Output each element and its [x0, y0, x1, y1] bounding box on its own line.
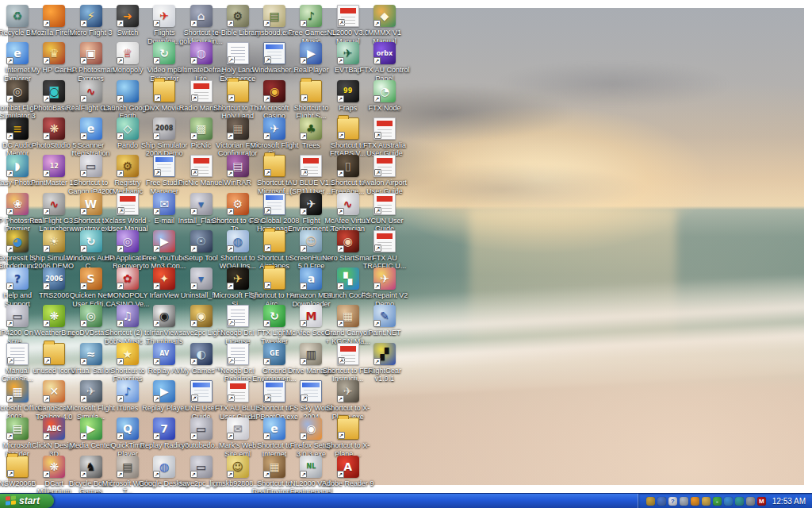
shortcut-arrow-icon: ↗ — [373, 283, 381, 290]
shortcut-arrow-icon: ↗ — [337, 57, 344, 64]
app-icon: ♻ — [6, 5, 29, 27]
shortcut-arrow-icon: ↗ — [153, 433, 160, 440]
desktop-icon[interactable]: ◎↗Combat Flight Simulator 3 — [0, 80, 35, 121]
desktop-icon[interactable]: ▣↗HP Photosmart Express — [74, 42, 109, 83]
mcafee-icon[interactable]: M — [757, 497, 766, 506]
desktop-icon[interactable]: ↗Avalon Airport User Guide — [367, 155, 402, 195]
shortcut-arrow-icon: ↗ — [373, 20, 381, 27]
desktop-icon[interactable]: ↗Manual CanoSc... — [0, 343, 35, 383]
desktop-icon[interactable]: orbx↗FTX AU Control Panel — [367, 42, 402, 83]
desktop-icon[interactable]: ▤↗Microsoft Works T... — [110, 456, 145, 496]
desktop-icon[interactable]: ▦↗Grand Canyon + KGCN Ma... — [331, 305, 366, 345]
app-icon: GE↗ — [263, 343, 285, 365]
shortcut-arrow-icon: ↗ — [264, 169, 271, 176]
desktop-icon[interactable]: ↗YCUN User Guide — [367, 193, 402, 233]
desktop-icon[interactable]: A↗Adobe Reader 9 — [331, 456, 366, 488]
desktop-icon[interactable]: ↗Shortcut to X-Plane ... — [331, 418, 366, 458]
desktop-icon[interactable]: 2008↗Ship Simulator 2008 Demo — [147, 117, 182, 158]
shortcut-arrow-icon: ↗ — [43, 170, 50, 177]
paint-hand-icon[interactable] — [702, 497, 710, 506]
shortcut-arrow-icon: ↗ — [80, 20, 87, 27]
app-icon: ❋↗ — [43, 305, 65, 327]
app-icon: ▤↗ — [117, 456, 139, 478]
shortcut-arrow-icon: ↗ — [190, 358, 197, 365]
desktop-icon[interactable]: ✈↗Microsoft Flight Simula... — [74, 380, 109, 421]
key-icon[interactable] — [646, 497, 655, 506]
desktop-icon[interactable]: ▭↗iP4200 On-scre... — [0, 305, 35, 345]
desktop-icon[interactable]: ◆↗MMMX V1 Manual — [367, 5, 402, 45]
desktop-icon[interactable]: a↗Amazon MP3 Downloader — [293, 267, 328, 308]
globe-icon[interactable] — [735, 497, 744, 506]
weatherbug-icon[interactable] — [724, 497, 733, 506]
volume-icon[interactable] — [680, 497, 688, 506]
desktop-icon[interactable]: NL↗NL2000 V3.0 Featurepanel — [293, 456, 328, 496]
shortcut-arrow-icon: ↗ — [227, 283, 234, 290]
app-icon: ▣↗ — [80, 42, 102, 64]
desktop-icon[interactable]: ↗FTX Australia User Guide — [367, 117, 402, 158]
desktop-icon[interactable]: ✎↗Paint.NET — [367, 305, 402, 337]
desktop-icon[interactable]: ▶↗Free YouTube to Mp3 Con... — [147, 230, 182, 271]
shortcut-arrow-icon: ↗ — [263, 20, 270, 27]
app-icon: ∿↗ — [43, 193, 65, 215]
desktop-icon[interactable]: ≡↗DC Audio Mentor — [0, 117, 35, 158]
app-icon: ✈↗ — [263, 117, 285, 140]
shortcut-arrow-icon: ↗ — [43, 20, 50, 27]
shortcut-arrow-icon: ↗ — [43, 395, 50, 402]
shortcut-arrow-icon: ↗ — [190, 245, 197, 252]
desktop-icon[interactable]: e↗Internet Explorer — [0, 42, 35, 83]
desktop-icon[interactable]: Q↗QuickTime Player — [110, 418, 145, 458]
app-icon: ↗ — [190, 155, 213, 177]
help-icon[interactable]: ? — [668, 497, 677, 506]
app-icon: ★↗ — [117, 343, 139, 365]
app-icon: ◎↗ — [6, 80, 29, 102]
desktop-icon[interactable]: ↗Shortcut to Flight S... — [293, 80, 328, 121]
shortcut-arrow-icon: ↗ — [190, 283, 197, 290]
start-button[interactable]: start — [0, 494, 54, 508]
desktop-icon[interactable]: ✈↗FS Repaint V2 Demo — [367, 267, 402, 308]
app-icon: ≈↗ — [80, 343, 102, 365]
shortcut-arrow-icon: ↗ — [153, 471, 160, 478]
app-icon: ♕↗ — [117, 42, 139, 64]
app-icon: Q↗ — [117, 418, 139, 440]
status-icon[interactable] — [746, 497, 755, 506]
desktop-icon[interactable]: ↗Xclass World - User Manual — [110, 193, 145, 233]
desktop-icon[interactable]: ☺↗ScreenHunter 5.0 Free — [293, 230, 328, 271]
desktop-icon[interactable]: ↗Launch Google Earth — [110, 80, 145, 121]
app-icon: ↗ — [373, 155, 396, 177]
shortcut-arrow-icon: ↗ — [153, 208, 160, 215]
quicktime-icon[interactable] — [691, 497, 699, 506]
shortcut-arrow-icon: ↗ — [264, 282, 271, 289]
desktop-icon[interactable]: GE↗Ground Environmen... — [257, 343, 292, 383]
desktop-icon[interactable]: ↻↗FTX Lights Tweaker — [257, 305, 292, 345]
shortcut-arrow-icon: ↗ — [264, 244, 271, 252]
display-icon[interactable] — [657, 497, 666, 506]
desktop-icon[interactable]: ↗Holy Land Experience — [220, 42, 255, 83]
desktop-icon[interactable]: ↗FTX AU TRAFFIC U... — [367, 230, 402, 271]
taskbar: start ?-M 12:53 AM — [0, 493, 812, 508]
defrag-icon[interactable]: - — [713, 497, 722, 506]
shortcut-arrow-icon: ↗ — [338, 432, 345, 439]
desktop-icon[interactable]: ◔↗FTX Node — [367, 80, 402, 113]
desktop-icon[interactable]: ⌂↗Shortcut to golden_rain... — [184, 5, 219, 45]
app-icon: ◇↗ — [117, 117, 139, 140]
app-icon: orbx↗ — [373, 42, 396, 64]
desktop-icon[interactable]: ↗Free Studio Manager — [147, 155, 182, 195]
desktop-icon[interactable]: ▞↗FlightGear v1.9.1 — [367, 343, 402, 383]
app-icon: ▩↗ — [190, 117, 213, 140]
shortcut-arrow-icon: ↗ — [337, 170, 344, 177]
desktop-icon[interactable]: ✈↗Microsoft Flight Si... — [257, 117, 292, 158]
desktop-icon[interactable]: ✿↗MONOPOLY CASINO Ve... — [110, 267, 145, 308]
desktop-icon[interactable]: ABC↗ClickN Design 3D — [36, 418, 71, 458]
desktop-icon[interactable]: ★↗Shortcut to Favorites — [110, 343, 145, 383]
app-icon: ◐↗ — [190, 343, 213, 365]
shortcut-arrow-icon: ↗ — [300, 20, 307, 27]
desktop-icon[interactable]: ?↗Help and Support — [0, 267, 35, 308]
desktop-icon[interactable]: ◉↗IrfanView Thumbnails — [147, 305, 182, 345]
shortcut-arrow-icon: ↗ — [374, 244, 381, 252]
app-icon: ↗ — [43, 343, 65, 365]
desktop-icon[interactable]: e↗Scanner Registration — [74, 117, 109, 158]
app-icon: 2008↗ — [153, 117, 175, 140]
taskbar-empty-area[interactable] — [54, 494, 638, 508]
icon-glyph: ♻ — [6, 5, 29, 27]
shortcut-arrow-icon: ↗ — [43, 208, 50, 215]
